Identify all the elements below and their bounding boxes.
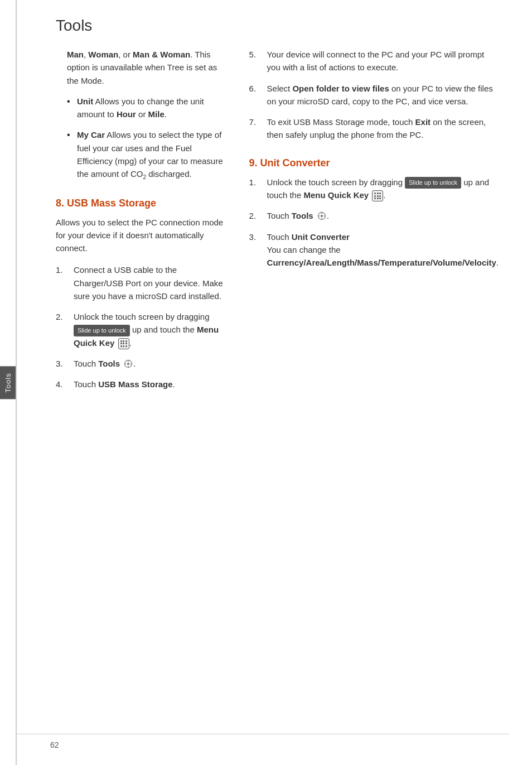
svg-rect-3 <box>125 363 127 364</box>
list-item: 2. Unlock the touch screen by dragging S… <box>56 310 227 349</box>
unit-steps-list: 1. Unlock the touch screen by dragging S… <box>249 176 499 270</box>
sidebar-tab: Tools <box>0 366 16 399</box>
list-item: 7. To exit USB Mass Storage mode, touch … <box>249 116 499 142</box>
list-item: 6. Select Open folder to view files on y… <box>249 82 499 108</box>
svg-rect-6 <box>321 213 322 214</box>
svg-rect-4 <box>130 363 132 364</box>
list-item: 4. Touch USB Mass Storage. <box>56 378 227 391</box>
slide-badge-unit: Slide up to unlock <box>405 177 461 189</box>
svg-point-5 <box>321 215 323 218</box>
col-left: Man, Woman, or Man & Woman. This option … <box>56 48 227 399</box>
page-divider <box>16 734 510 734</box>
list-item: My Car Allows you to select the type of … <box>67 128 227 181</box>
menu-key-icon-unit <box>372 190 383 201</box>
tools-icon <box>123 359 133 369</box>
page-container: Tools Tools Man, Woman, or Man & Woman. … <box>0 0 532 765</box>
menu-key-icon <box>118 338 129 349</box>
usb-body: Allows you to select the PC connection m… <box>56 216 227 255</box>
col-right: 5. Your device will connect to the PC an… <box>249 48 499 399</box>
intro-block: Man, Woman, or Man & Woman. This option … <box>56 48 227 182</box>
list-item: 1. Unlock the touch screen by dragging S… <box>249 176 499 202</box>
page-title: Tools <box>56 17 499 35</box>
section-usb: 8. USB Mass Storage Allows you to select… <box>56 198 227 391</box>
bullet-list: Unit Allows you to change the unit amoun… <box>67 95 227 182</box>
svg-rect-7 <box>321 218 322 220</box>
list-item: 5. Your device will connect to the PC an… <box>249 48 499 74</box>
list-item: 3. Touch Tools <box>56 357 227 370</box>
svg-rect-2 <box>128 366 129 368</box>
usb-steps-list: 1. Connect a USB cable to the Charger/US… <box>56 263 227 391</box>
list-item: 3. Touch Unit Converter You can change t… <box>249 230 499 270</box>
svg-rect-9 <box>323 216 325 216</box>
tools-icon-unit <box>317 211 327 221</box>
two-column-layout: Man, Woman, or Man & Woman. This option … <box>56 48 499 399</box>
svg-rect-1 <box>128 360 129 362</box>
intro-para: Man, Woman, or Man & Woman. This option … <box>67 48 227 87</box>
section-unit: 9. Unit Converter 1. Unlock the touch sc… <box>249 157 499 270</box>
svg-point-0 <box>127 363 130 365</box>
right-steps-list: 5. Your device will connect to the PC an… <box>249 48 499 142</box>
page-number: 62 <box>50 740 59 749</box>
sidebar-line <box>16 0 17 765</box>
usb-heading: 8. USB Mass Storage <box>56 198 227 209</box>
list-item: 1. Connect a USB cable to the Charger/US… <box>56 263 227 302</box>
unit-heading: 9. Unit Converter <box>249 157 499 169</box>
list-item: 2. Touch Tools <box>249 209 499 222</box>
slide-badge: Slide up to unlock <box>74 325 130 336</box>
sidebar-label: Tools <box>4 373 12 392</box>
svg-rect-8 <box>318 216 320 216</box>
list-item: Unit Allows you to change the unit amoun… <box>67 95 227 121</box>
